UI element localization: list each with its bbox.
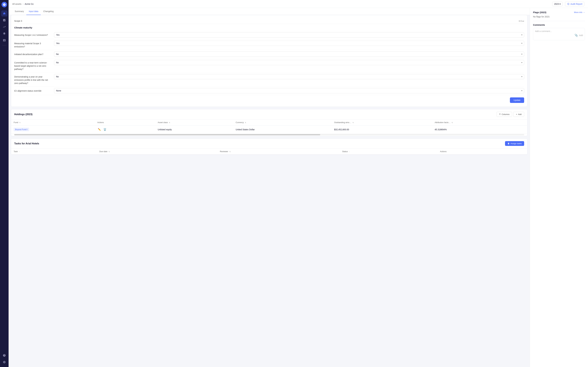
col-reviewer: Reviewer ⇅ bbox=[217, 149, 340, 155]
holdings-table-head: Fund ⇅ Actions Asset class ⇅ bbox=[11, 119, 527, 125]
climate-control-4: Yes No ▾ bbox=[54, 74, 524, 79]
climate-field-4: Demonstrating a year on year emissions p… bbox=[14, 73, 524, 87]
comment-input-area[interactable]: Add a comment... 📎 Add bbox=[533, 28, 585, 40]
col-asset-class-label: Asset class bbox=[158, 121, 168, 124]
climate-select-2[interactable]: Yes No bbox=[54, 51, 524, 57]
climate-select-3[interactable]: Yes No bbox=[54, 60, 524, 65]
col-reviewer-sort-icon[interactable]: ⇅ bbox=[229, 151, 231, 152]
col-asset-class: Asset class ⇅ bbox=[155, 119, 233, 125]
home-icon bbox=[3, 12, 6, 15]
app-logo[interactable] bbox=[1, 2, 7, 7]
delete-button[interactable]: 🗑️ bbox=[103, 127, 107, 132]
tasks-header-row: Task ↑ Due date ⇅ Reviewer bbox=[11, 149, 527, 155]
audit-icon bbox=[567, 3, 570, 5]
flags-header: Flags (2023) More info → bbox=[533, 11, 585, 14]
holdings-title: Holdings (2023) bbox=[14, 113, 33, 116]
sidebar-item-analytics[interactable] bbox=[1, 17, 7, 23]
sidebar-item-home[interactable] bbox=[1, 10, 7, 17]
sidebar bbox=[0, 0, 9, 367]
row-actions: ✏️ 🗑️ bbox=[97, 127, 153, 132]
scope3-row: Scope 3 tCO₂e bbox=[14, 18, 524, 24]
tasks-header: Tasks for Arial Hotels Assign tasks bbox=[11, 139, 527, 149]
trending-icon bbox=[3, 25, 6, 28]
year-selector[interactable]: 2023 ▾ bbox=[552, 2, 562, 6]
more-info-arrow: → bbox=[583, 11, 585, 13]
assign-tasks-button[interactable]: Assign tasks bbox=[505, 141, 524, 146]
col-task-sort-icon[interactable]: ↑ bbox=[19, 151, 20, 152]
tasks-table: Task ↑ Due date ⇅ Reviewer bbox=[11, 149, 527, 155]
col-status-sort-icon[interactable]: ↓ bbox=[349, 151, 350, 152]
audit-report-button[interactable]: Audit Report bbox=[565, 2, 584, 6]
tab-input-data[interactable]: Input data bbox=[26, 8, 41, 15]
scrollbar-thumb bbox=[14, 134, 320, 135]
col-attribution-sort-icon[interactable]: ⇅ bbox=[451, 122, 453, 123]
cell-currency: United States Dollar bbox=[233, 125, 332, 133]
content-area: Summary Input data Changelog Scope 3 tCO… bbox=[9, 8, 530, 367]
columns-button[interactable]: ⠿ Columns bbox=[497, 112, 512, 117]
attach-icon[interactable]: 📎 bbox=[575, 34, 578, 37]
col-status-label: Status bbox=[342, 150, 348, 153]
col-actions: Actions bbox=[95, 119, 155, 125]
col-due-date-label: Due date bbox=[99, 150, 107, 153]
col-fund-sort-icon[interactable]: ⇅ bbox=[19, 122, 20, 123]
col-currency-sort-icon[interactable]: ⇅ bbox=[245, 122, 246, 123]
more-info-label: More info bbox=[574, 11, 582, 13]
climate-select-5[interactable]: None Aligned Aligning Committed Not alig… bbox=[54, 88, 524, 93]
climate-label-3: Committed to a near-term science-based t… bbox=[14, 60, 51, 71]
holdings-actions: ⠿ Columns + Add bbox=[497, 112, 524, 117]
help-icon bbox=[3, 354, 6, 357]
sidebar-item-settings[interactable] bbox=[1, 359, 7, 365]
add-button[interactable]: + Add bbox=[513, 112, 524, 117]
col-fund: Fund ⇅ bbox=[11, 119, 95, 125]
climate-control-2: Yes No ▾ bbox=[54, 51, 524, 57]
audit-label: Audit Report bbox=[571, 3, 582, 5]
col-outstanding-sort-icon[interactable]: ⇅ bbox=[353, 122, 354, 123]
comment-actions: 📎 Add bbox=[535, 34, 583, 37]
col-task-actions: Actions bbox=[438, 149, 527, 155]
update-button[interactable]: Update bbox=[510, 97, 524, 103]
more-info-link[interactable]: More info → bbox=[574, 11, 585, 13]
climate-control-1: Yes No ▾ bbox=[54, 41, 524, 46]
topbar: All assets › Acme Co 2023 ▾ Audit Report bbox=[9, 0, 588, 8]
sidebar-item-reports[interactable] bbox=[1, 37, 7, 43]
climate-maturity-title: Climate maturity bbox=[14, 26, 524, 29]
main-content: All assets › Acme Co 2023 ▾ Audit Report bbox=[9, 0, 588, 367]
climate-select-1[interactable]: Yes No bbox=[54, 41, 524, 46]
columns-icon: ⠿ bbox=[499, 113, 501, 116]
climate-control-0: Yes No ▾ bbox=[54, 32, 524, 37]
sidebar-divider bbox=[2, 45, 6, 45]
col-due-date-sort-icon[interactable]: ⇅ bbox=[109, 151, 110, 152]
cell-asset-class: Unlisted equity bbox=[155, 125, 233, 133]
tab-changelog[interactable]: Changelog bbox=[41, 8, 56, 15]
edit-button[interactable]: ✏️ bbox=[97, 127, 102, 132]
breadcrumb-parent[interactable]: All assets bbox=[12, 3, 21, 5]
table-scrollbar[interactable] bbox=[14, 134, 524, 135]
no-flags-text: No flags for 2023. bbox=[533, 16, 585, 18]
col-asset-class-sort-icon[interactable]: ⇅ bbox=[169, 122, 170, 123]
sidebar-item-help[interactable] bbox=[1, 352, 7, 359]
reports-icon bbox=[3, 39, 6, 42]
sidebar-item-trending[interactable] bbox=[1, 24, 7, 30]
add-comment-button[interactable]: Add bbox=[579, 34, 583, 37]
cell-attribution: 45.318694% bbox=[432, 125, 527, 133]
tab-summary[interactable]: Summary bbox=[12, 8, 26, 15]
col-task-label: Task bbox=[14, 150, 18, 153]
climate-select-0[interactable]: Yes No bbox=[54, 32, 524, 37]
analytics-icon bbox=[3, 19, 6, 22]
tasks-section: Tasks for Arial Hotels Assign tasks bbox=[11, 139, 527, 155]
scope3-label: Scope 3 bbox=[14, 20, 22, 22]
col-outstanding-label: Outstanding amo… bbox=[334, 121, 351, 124]
cell-outstanding: $32,452,600.00 bbox=[332, 125, 432, 133]
climate-section: Scope 3 tCO₂e Climate maturity Measuring… bbox=[11, 15, 527, 107]
col-outstanding: Outstanding amo… ⇅ bbox=[332, 119, 432, 125]
climate-select-4[interactable]: Yes No bbox=[54, 74, 524, 79]
holdings-table-body: Buyout Fund I ✏️ 🗑️ Un bbox=[11, 125, 527, 133]
sidebar-item-layers[interactable] bbox=[1, 31, 7, 37]
columns-label: Columns bbox=[502, 113, 510, 116]
sidebar-bottom bbox=[1, 352, 7, 365]
scroll-content: Scope 3 tCO₂e Climate maturity Measuring… bbox=[9, 15, 530, 155]
col-attribution-label: Attribution facto… bbox=[435, 121, 450, 124]
fund-badge: Buyout Fund I bbox=[14, 128, 29, 131]
comments-title: Comments bbox=[533, 24, 585, 26]
col-currency: Currency ⇅ bbox=[233, 119, 332, 125]
